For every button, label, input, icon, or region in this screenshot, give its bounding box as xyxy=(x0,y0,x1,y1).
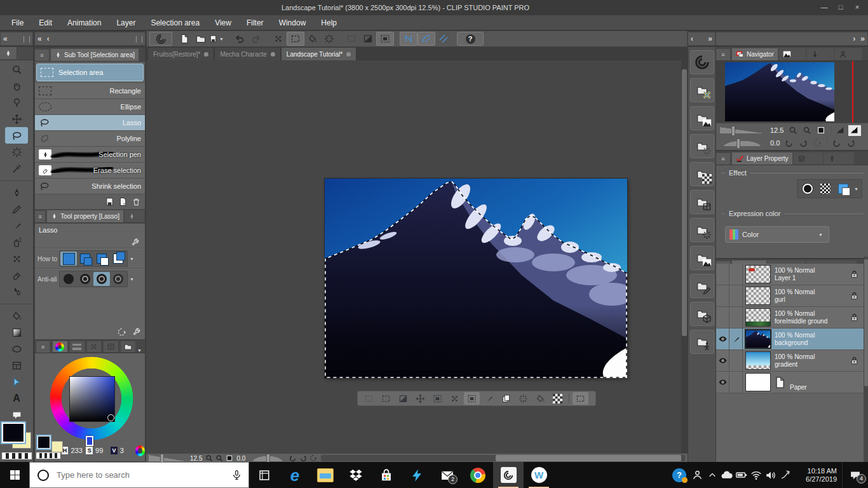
layer-thumbnail[interactable] xyxy=(745,373,771,391)
nav-rotate-right-button[interactable] xyxy=(797,138,810,149)
menu-layer[interactable]: Layer xyxy=(109,15,143,30)
mode-new-selection[interactable] xyxy=(60,252,77,266)
deselect-button[interactable] xyxy=(361,392,377,405)
flip-horizontal-button[interactable] xyxy=(834,125,847,136)
invert-selection-button[interactable] xyxy=(395,392,411,405)
subtool-group-selection-area[interactable]: Selection area xyxy=(36,64,144,81)
tool-palette-collapse-bar[interactable]: « xyxy=(0,32,33,46)
canvas-horizontal-scrollbar[interactable] xyxy=(321,455,685,461)
chevron-down-icon[interactable]: ▼ xyxy=(130,257,134,261)
edit-target-cell[interactable] xyxy=(729,372,743,393)
canvas-viewport[interactable] xyxy=(146,60,688,453)
edit-target-cell[interactable] xyxy=(729,329,743,349)
material-pose-button[interactable] xyxy=(690,274,714,298)
help-button[interactable]: ? xyxy=(457,32,484,46)
subtool-item-ellipse[interactable]: Ellipse xyxy=(35,99,145,115)
snap-to-ruler-button[interactable] xyxy=(400,32,417,46)
microsoft-store-button[interactable] xyxy=(371,462,402,488)
arrow-left-icon[interactable]: ‹ xyxy=(688,32,696,45)
visibility-cell[interactable] xyxy=(716,307,729,328)
sv-cursor[interactable] xyxy=(107,414,114,421)
start-button[interactable] xyxy=(0,462,29,488)
mode-subtract-selection[interactable] xyxy=(93,252,110,266)
edit-target-cell[interactable] xyxy=(729,264,743,285)
show-hidden-icons-button[interactable] xyxy=(705,462,719,488)
doc-tab-landscape[interactable]: Landscape Tutorial* xyxy=(281,47,356,60)
wattpad-button[interactable]: W xyxy=(524,462,554,488)
tool-pen[interactable] xyxy=(5,184,28,201)
layer-thumbnail[interactable] xyxy=(745,351,771,370)
snap-to-curve-ruler-button[interactable] xyxy=(417,32,435,46)
navigator-rotate-slider[interactable] xyxy=(720,140,764,146)
collapse-left-icon[interactable]: « xyxy=(1,32,10,45)
layer-thumbnail[interactable] xyxy=(745,330,771,348)
layer-list-scrollbar[interactable] xyxy=(864,257,868,462)
doc-tab-fruitss[interactable]: Fruitss[Restore]* xyxy=(147,47,214,60)
tool-hand[interactable] xyxy=(5,78,28,94)
canvas-document[interactable] xyxy=(325,179,627,378)
chevron-down-icon[interactable]: ▼ xyxy=(137,348,142,353)
chevron-down-icon[interactable]: ▼ xyxy=(854,187,858,191)
drag-grip-icon[interactable] xyxy=(136,36,142,43)
tool-gradient[interactable] xyxy=(5,324,28,341)
pen-settings-button[interactable] xyxy=(778,462,792,488)
menu-edit[interactable]: Edit xyxy=(31,15,60,30)
zoom-in-button[interactable] xyxy=(214,454,224,462)
volume-button[interactable] xyxy=(763,462,778,488)
close-button[interactable]: × xyxy=(849,0,865,15)
material-effect-button[interactable] xyxy=(690,218,714,242)
main-color-swatch[interactable] xyxy=(2,423,25,443)
menu-selection-area[interactable]: Selection area xyxy=(143,15,207,30)
menu-window[interactable]: Window xyxy=(271,15,314,30)
visibility-cell[interactable] xyxy=(716,264,729,285)
clip-studio-taskbar-button[interactable] xyxy=(493,462,524,488)
menu-help[interactable]: Help xyxy=(313,15,344,30)
menu-animation[interactable]: Animation xyxy=(60,15,109,30)
tab-brush-size[interactable] xyxy=(124,210,145,222)
material-collapse-bar[interactable]: ‹ » xyxy=(688,32,715,46)
clear-selection-button[interactable] xyxy=(343,32,360,45)
copy-paste-button[interactable] xyxy=(498,392,514,405)
tab-information[interactable] xyxy=(834,48,862,60)
nav-reset-rotate-button[interactable] xyxy=(811,138,824,149)
aa-none[interactable] xyxy=(60,272,77,286)
expand-selection-button[interactable] xyxy=(412,392,428,405)
maximize-button[interactable]: □ xyxy=(832,0,849,15)
layer-thumbnail[interactable] xyxy=(745,287,771,305)
collapse-left-icon[interactable]: « xyxy=(35,32,44,45)
nav-fit-button[interactable] xyxy=(815,125,827,136)
tool-text[interactable]: A xyxy=(5,390,28,407)
tool-frame-border[interactable] xyxy=(5,357,28,374)
transparent-color-swatch[interactable] xyxy=(36,452,60,459)
convert-band-button[interactable] xyxy=(573,392,588,405)
invert-selection-button[interactable] xyxy=(360,32,376,45)
mode-add-selection[interactable] xyxy=(77,252,93,266)
material-monochrome-button[interactable] xyxy=(690,134,714,158)
layer-thumbnail[interactable] xyxy=(745,308,771,327)
color-mode-toggle[interactable] xyxy=(135,445,145,456)
delete-subtool-icon[interactable] xyxy=(132,197,141,207)
paint-selection-button[interactable] xyxy=(304,32,321,45)
get-help-button[interactable]: ? xyxy=(668,462,690,488)
value-value[interactable]: 3 xyxy=(120,447,133,454)
nav-zoom-in-button[interactable] xyxy=(801,125,813,136)
tool-balloon[interactable] xyxy=(5,407,28,423)
subtool-item-polyline[interactable]: Polyline xyxy=(35,131,145,147)
flip-view-button[interactable] xyxy=(848,125,861,136)
expression-color-dropdown[interactable]: Color ▼ xyxy=(725,226,829,243)
eye-icon[interactable] xyxy=(718,377,728,387)
save-file-button[interactable]: ▼ xyxy=(209,32,226,45)
visibility-cell[interactable] xyxy=(716,285,729,306)
transparent-color-swatch[interactable] xyxy=(2,452,32,459)
drag-grip-icon[interactable] xyxy=(24,36,30,43)
material-3d-button[interactable] xyxy=(690,302,714,326)
tool-pencil[interactable] xyxy=(5,201,28,217)
chevron-down-icon[interactable]: ▼ xyxy=(219,37,224,41)
material-background-button[interactable] xyxy=(690,246,714,270)
tab-color-set[interactable] xyxy=(86,341,102,353)
redo-button[interactable] xyxy=(248,32,264,45)
tab-tone-settings[interactable] xyxy=(793,152,824,165)
mail-button[interactable]: 2 xyxy=(432,462,463,488)
saturation-value[interactable]: 99 xyxy=(95,447,108,454)
subtool-item-shrink-selection[interactable]: Shrink selection xyxy=(35,179,145,194)
